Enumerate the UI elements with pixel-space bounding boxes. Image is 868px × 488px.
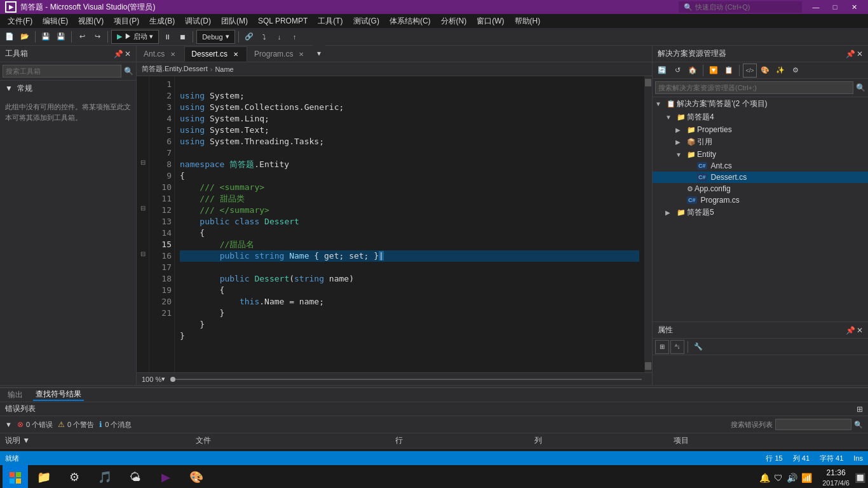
prop-script-button[interactable]: 🔧: [691, 340, 705, 354]
tab-program-close[interactable]: ✕: [297, 50, 306, 58]
step-in-button[interactable]: ↓: [273, 30, 287, 44]
tray-icon-1[interactable]: 🔔: [759, 473, 770, 483]
menu-view[interactable]: 视图(V): [73, 14, 109, 28]
tray-icon-4[interactable]: 📶: [801, 473, 812, 483]
bottom-tab-output[interactable]: 输出: [5, 390, 25, 400]
menu-architecture[interactable]: 体系结构(C): [384, 14, 436, 28]
stop-button[interactable]: ⏹: [175, 30, 189, 44]
menu-window[interactable]: 窗口(W): [471, 14, 509, 28]
error-filter-dropdown[interactable]: ▼: [5, 421, 12, 428]
tab-ant[interactable]: Ant.cs ✕: [137, 46, 184, 62]
solution-pin-button[interactable]: 📌: [846, 50, 855, 58]
bottom-tab-find[interactable]: 查找符号结果: [33, 389, 84, 401]
sol-sync-button[interactable]: 🔄: [655, 64, 669, 78]
taskbar-vs[interactable]: ▶: [151, 466, 180, 488]
notification-icon[interactable]: 🔲: [855, 473, 865, 483]
col-column[interactable]: 列: [529, 433, 668, 449]
prop-category-button[interactable]: ⊞: [655, 340, 669, 354]
taskbar-paint[interactable]: 🎨: [182, 466, 211, 488]
tree-item-entity[interactable]: ▼ 📁 Entity: [653, 149, 868, 160]
error-filter-warnings[interactable]: ⚠ 0 个警告: [58, 420, 94, 430]
menu-build[interactable]: 生成(B): [144, 14, 180, 28]
attach-button[interactable]: 🔗: [242, 30, 256, 44]
tree-item-project5[interactable]: ▶ 📁 简答题5: [653, 206, 868, 219]
toolbox-group-common[interactable]: ▼ 常规: [0, 81, 136, 97]
taskbar-weather[interactable]: 🌤: [121, 466, 150, 488]
code-content-area[interactable]: ⊟ ⊟ ⊟ 1 2: [137, 76, 652, 372]
col-line[interactable]: 行: [390, 433, 529, 449]
tree-item-solution[interactable]: ▼ 📋 解决方案'简答题'(2 个项目): [653, 97, 868, 111]
error-filter-messages[interactable]: ℹ 0 个消息: [99, 420, 132, 430]
sol-code-button[interactable]: </>: [743, 64, 757, 78]
new-file-button[interactable]: 📄: [3, 30, 17, 44]
breadcrumb-class[interactable]: 简答题.Entity.Dessert: [142, 64, 208, 74]
menu-help[interactable]: 帮助(H): [510, 14, 546, 28]
tab-dessert[interactable]: Dessert.cs ✕: [184, 46, 247, 62]
save-all-button[interactable]: 💾: [54, 30, 68, 44]
error-expand-icon[interactable]: ⊞: [857, 405, 863, 414]
tree-item-ant[interactable]: ▶ C# Ant.cs: [653, 160, 868, 172]
solution-close-button[interactable]: ✕: [857, 50, 863, 58]
menu-analyze[interactable]: 分析(N): [436, 14, 472, 28]
error-search-input[interactable]: [775, 419, 851, 430]
sol-view-button[interactable]: 📋: [722, 64, 736, 78]
undo-button[interactable]: ↩: [75, 30, 89, 44]
quick-launch-input[interactable]: [695, 3, 797, 11]
tree-item-project4[interactable]: ▼ 📁 简答题4: [653, 111, 868, 124]
error-filter-errors[interactable]: ⊗ 0 个错误: [17, 420, 53, 430]
sol-new-button[interactable]: ✨: [773, 64, 787, 78]
open-button[interactable]: 📂: [18, 30, 32, 44]
sol-home-button[interactable]: 🏠: [686, 64, 700, 78]
tree-item-dessert[interactable]: ▶ C# Dessert.cs: [653, 172, 868, 183]
debug-config-select[interactable]: Debug ▾: [196, 30, 234, 44]
toolbox-close-button[interactable]: ✕: [125, 50, 131, 58]
menu-test[interactable]: 测试(G): [348, 14, 384, 28]
menu-project[interactable]: 项目(P): [109, 14, 144, 28]
sol-props-button[interactable]: ⚙: [789, 64, 803, 78]
menu-team[interactable]: 团队(M): [216, 14, 253, 28]
tray-icon-2[interactable]: 🛡: [774, 473, 783, 483]
taskbar-kugou[interactable]: 🎵: [90, 466, 119, 488]
taskbar-settings[interactable]: ⚙: [60, 466, 89, 488]
sol-filter-button[interactable]: 🔽: [707, 64, 721, 78]
col-file[interactable]: 文件: [191, 433, 390, 449]
sol-designer-button[interactable]: 🎨: [758, 64, 772, 78]
zoom-dropdown[interactable]: ▾: [161, 375, 165, 383]
tree-item-appconfig[interactable]: ▶ ⚙ App.config: [653, 183, 868, 194]
tab-dessert-close[interactable]: ✕: [231, 50, 240, 58]
properties-pin-button[interactable]: 📌: [846, 326, 855, 335]
fold-btn-namespace[interactable]: ⊟: [137, 156, 149, 168]
minimize-button[interactable]: —: [807, 0, 825, 14]
tree-item-program[interactable]: ▶ C# Program.cs: [653, 194, 868, 206]
step-out-button[interactable]: ↑: [288, 30, 302, 44]
maximize-button[interactable]: □: [826, 0, 844, 14]
fold-btn-ctor[interactable]: ⊟: [137, 248, 149, 259]
code-text[interactable]: using System; using System.Collections.G…: [175, 76, 644, 372]
tree-item-references[interactable]: ▶ 📦 引用: [653, 135, 868, 149]
step-over-button[interactable]: ⤵: [257, 30, 271, 44]
vertical-scrollbar[interactable]: [644, 76, 652, 372]
start-button[interactable]: [3, 465, 28, 488]
toolbox-pin-button[interactable]: 📌: [114, 50, 123, 58]
close-button[interactable]: ✕: [845, 0, 863, 14]
tab-ant-close[interactable]: ✕: [168, 50, 177, 58]
tree-item-properties[interactable]: ▶ 📁 Properties: [653, 124, 868, 135]
breadcrumb-member[interactable]: Name: [215, 65, 233, 73]
redo-button[interactable]: ↪: [90, 30, 104, 44]
fold-btn-class[interactable]: ⊟: [137, 202, 149, 214]
tabs-overflow-button[interactable]: ▾: [313, 45, 325, 62]
tab-program[interactable]: Program.cs ✕: [247, 46, 313, 62]
menu-tools[interactable]: 工具(T): [313, 14, 348, 28]
taskbar-file-explorer[interactable]: 📁: [29, 466, 58, 488]
prop-alpha-button[interactable]: ᴬ↓: [670, 340, 684, 354]
col-project[interactable]: 项目: [668, 433, 868, 449]
start-button[interactable]: ▶ ▶ 启动 ▾: [111, 30, 159, 44]
menu-debug[interactable]: 调试(D): [180, 14, 216, 28]
solution-search-input[interactable]: [655, 81, 853, 94]
zoom-level[interactable]: 100 %: [142, 376, 161, 383]
system-clock[interactable]: 21:36 2017/4/6: [822, 468, 850, 487]
sol-refresh-button[interactable]: ↺: [670, 64, 684, 78]
pause-button[interactable]: ⏸: [160, 30, 174, 44]
properties-close-button[interactable]: ✕: [857, 326, 863, 335]
tray-icon-3[interactable]: 🔊: [787, 473, 797, 483]
